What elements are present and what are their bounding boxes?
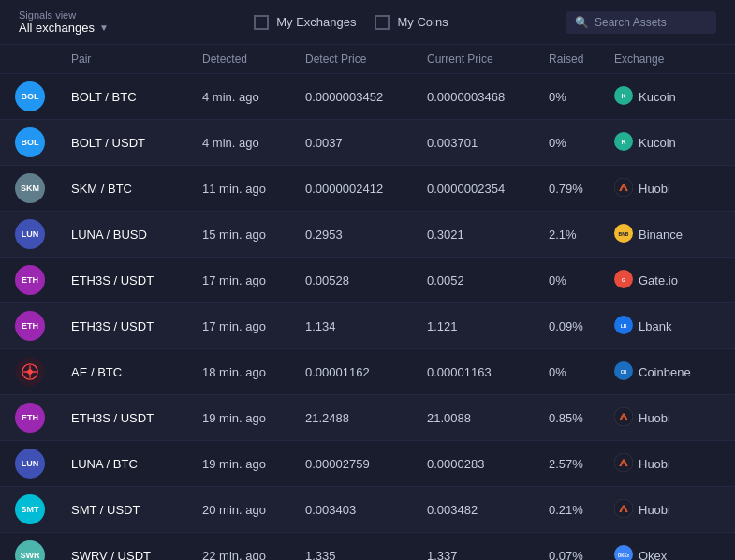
exchange-cell: Huobi	[614, 499, 735, 521]
table-row[interactable]: BOL BOLT / USDT 4 min. ago 0.0037 0.0037…	[0, 120, 735, 166]
detect-price: 0.2953	[305, 228, 427, 242]
raised-value: 2.57%	[549, 457, 614, 471]
current-price: 0.003482	[427, 503, 549, 517]
my-exchanges-checkbox[interactable]: My Exchanges	[254, 15, 356, 30]
table-row[interactable]: AE / BTC 18 min. ago 0.00001162 0.000011…	[0, 349, 735, 395]
detect-price: 21.2488	[305, 411, 427, 425]
table-row[interactable]: SWR SWRV / USDT 22 min. ago 1.335 1.337 …	[0, 533, 735, 560]
raised-value: 0%	[549, 365, 614, 379]
svg-text:CB: CB	[621, 369, 627, 374]
current-price: 0.003701	[427, 136, 549, 150]
exchange-cell: OKEx Okex	[614, 545, 735, 561]
search-icon: 🔍	[575, 16, 589, 29]
detect-price: 1.335	[305, 549, 427, 561]
top-bar: Signals view All exchanges ▼ My Exchange…	[0, 0, 735, 45]
raised-value: 0.09%	[549, 319, 614, 333]
exchange-name: Gate.io	[639, 273, 678, 287]
detected-time: 4 min. ago	[202, 90, 305, 104]
exchange-name: Kucoin	[639, 136, 676, 150]
pair-name: SMT / USDT	[71, 503, 202, 517]
my-exchanges-label: My Exchanges	[276, 15, 356, 29]
exchange-name: Huobi	[639, 411, 670, 425]
exchange-cell: K Kucoin	[614, 132, 735, 154]
my-coins-checkbox[interactable]: My Coins	[375, 15, 448, 30]
header-pair: Pair	[71, 52, 202, 66]
raised-value: 0.79%	[549, 182, 614, 196]
detect-price: 0.00001162	[305, 365, 427, 379]
table-row[interactable]: BOL BOLT / BTC 4 min. ago 0.0000003452 0…	[0, 74, 735, 120]
avatar: ETH	[15, 265, 71, 295]
binance-logo-icon: BNB	[614, 224, 633, 245]
svg-point-16	[614, 453, 633, 472]
table-row[interactable]: LUN LUNA / BTC 19 min. ago 0.00002759 0.…	[0, 441, 735, 487]
svg-text:BNB: BNB	[619, 230, 629, 236]
exchanges-label: All exchanges	[19, 21, 95, 35]
my-coins-label: My Coins	[397, 15, 448, 29]
pair-name: BOLT / BTC	[71, 90, 202, 104]
exchanges-dropdown[interactable]: All exchanges ▼	[19, 21, 109, 35]
current-price: 0.00001163	[427, 365, 549, 379]
exchange-name: Okex	[639, 549, 667, 561]
signals-section: Signals view All exchanges ▼	[19, 9, 109, 35]
pair-name: LUNA / BUSD	[71, 228, 202, 242]
avatar	[15, 357, 71, 387]
table-row[interactable]: ETH ETH3S / USDT 19 min. ago 21.2488 21.…	[0, 395, 735, 441]
table-header: Pair Detected Detect Price Current Price…	[0, 45, 735, 74]
coinbene-logo-icon: CB	[614, 361, 633, 383]
pair-name: ETH3S / USDT	[71, 411, 202, 425]
exchange-cell: CB Coinbene	[614, 361, 735, 383]
raised-value: 2.1%	[549, 228, 614, 242]
table-row[interactable]: SKM SKM / BTC 11 min. ago 0.0000002412 0…	[0, 166, 735, 212]
avatar: BOL	[15, 127, 71, 157]
pair-name: ETH3S / USDT	[71, 273, 202, 287]
detected-time: 19 min. ago	[202, 457, 305, 471]
detect-price: 0.0000003452	[305, 90, 427, 104]
svg-point-15	[614, 407, 633, 426]
avatar: LUN	[15, 449, 71, 479]
detected-time: 4 min. ago	[202, 136, 305, 150]
exchange-name: Huobi	[639, 503, 670, 517]
exchange-name: Binance	[639, 228, 683, 242]
table-row[interactable]: LUN LUNA / BUSD 15 min. ago 0.2953 0.302…	[0, 212, 735, 258]
current-price: 0.3021	[427, 228, 549, 242]
detect-price: 0.0000002412	[305, 182, 427, 196]
huobi-logo-icon	[614, 407, 633, 429]
table-container: Pair Detected Detect Price Current Price…	[0, 45, 735, 560]
exchange-cell: Huobi	[614, 178, 735, 199]
exchange-name: Coinbene	[639, 365, 691, 379]
checkboxes-section: My Exchanges My Coins	[137, 15, 566, 30]
exchange-name: Huobi	[639, 182, 670, 196]
svg-text:K: K	[621, 139, 625, 145]
table-row[interactable]: SMT SMT / USDT 20 min. ago 0.003403 0.00…	[0, 487, 735, 533]
avatar: LUN	[15, 219, 71, 249]
kucoin-logo-icon: K	[614, 86, 633, 108]
search-input[interactable]	[595, 16, 707, 29]
exchange-cell: Huobi	[614, 453, 735, 475]
svg-point-17	[614, 499, 633, 518]
svg-text:OKEx: OKEx	[618, 553, 630, 557]
table-row[interactable]: ETH ETH3S / USDT 17 min. ago 1.134 1.121…	[0, 303, 735, 349]
raised-value: 0%	[549, 273, 614, 287]
okex-logo-icon: OKEx	[614, 545, 633, 561]
raised-value: 0%	[549, 90, 614, 104]
pair-name: AE / BTC	[71, 365, 202, 379]
table-body: BOL BOLT / BTC 4 min. ago 0.0000003452 0…	[0, 74, 735, 560]
checkbox-box-coins[interactable]	[375, 15, 390, 30]
header-current-price: Current Price	[427, 52, 549, 66]
signals-label: Signals view	[19, 9, 109, 21]
exchange-name: Lbank	[639, 319, 671, 333]
detected-time: 11 min. ago	[202, 182, 305, 196]
svg-text:LB: LB	[621, 322, 627, 328]
avatar: SKM	[15, 173, 71, 203]
raised-value: 0.85%	[549, 411, 614, 425]
table-row[interactable]: ETH ETH3S / USDT 17 min. ago 0.00528 0.0…	[0, 258, 735, 303]
detected-time: 17 min. ago	[202, 319, 305, 333]
detected-time: 19 min. ago	[202, 411, 305, 425]
pair-name: BOLT / USDT	[71, 136, 202, 150]
pair-name: SKM / BTC	[71, 182, 202, 196]
exchange-name: Huobi	[639, 457, 670, 471]
detected-time: 15 min. ago	[202, 228, 305, 242]
avatar: SWR	[15, 540, 71, 560]
checkbox-box-exchanges[interactable]	[254, 15, 269, 30]
header-exchange: Exchange	[614, 52, 735, 66]
